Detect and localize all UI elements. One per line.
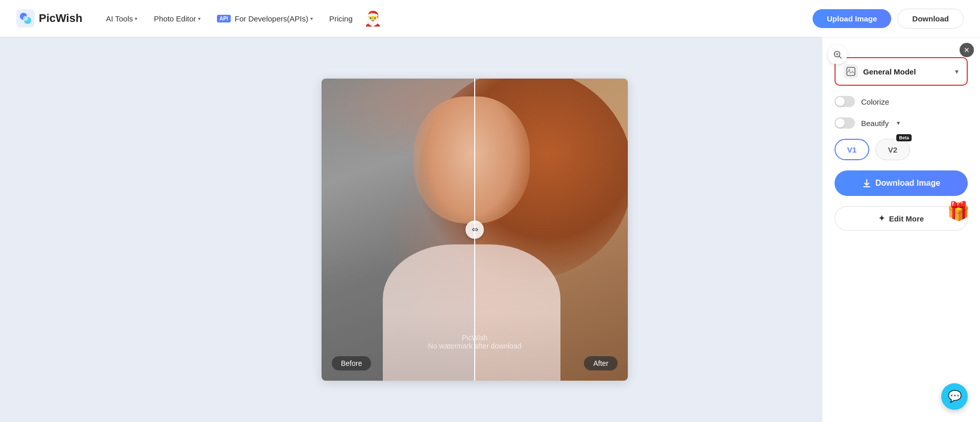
v2-button[interactable]: V2 Beta: [875, 139, 910, 160]
colorize-toggle[interactable]: [835, 96, 855, 107]
watermark: PicWish No watermark after download: [428, 334, 522, 350]
gift-icon: 🎁: [947, 201, 970, 221]
download-image-button[interactable]: Download Image: [835, 170, 968, 196]
nav-items: AI Tools ▾ Photo Editor ▾ API For Develo…: [99, 10, 813, 27]
nav-photo-editor[interactable]: Photo Editor ▾: [146, 10, 208, 27]
gift-button[interactable]: 🎁: [947, 201, 970, 222]
drag-arrows-icon: ⇔: [472, 225, 478, 234]
download-image-label: Download Image: [875, 179, 940, 188]
watermark-line2: No watermark after download: [428, 342, 522, 350]
edit-more-icon: ✦: [878, 214, 885, 223]
for-developers-chevron-icon: ▾: [310, 16, 313, 21]
pricing-label: Pricing: [329, 14, 353, 23]
beta-badge: Beta: [896, 134, 912, 141]
logo-icon: [16, 9, 35, 28]
colorize-label: Colorize: [861, 97, 889, 106]
upload-image-button[interactable]: Upload Image: [813, 9, 891, 28]
model-icon: [844, 64, 858, 79]
colorize-row: Colorize: [835, 96, 968, 107]
beautify-label: Beautify: [861, 119, 889, 128]
close-button[interactable]: ✕: [960, 43, 974, 57]
nav-for-developers[interactable]: API For Developers(APIs) ▾: [210, 10, 320, 27]
svg-line-5: [839, 56, 841, 58]
after-label: After: [584, 356, 618, 370]
v1-label: V1: [847, 145, 856, 154]
chat-icon: 💬: [948, 390, 962, 403]
photo-editor-chevron-icon: ▾: [198, 16, 201, 21]
svg-point-9: [849, 69, 850, 71]
model-chevron-icon: ▾: [955, 67, 959, 76]
zoom-icon: [833, 50, 842, 59]
image-container: ⇔ Before After PicWish No watermark afte…: [322, 79, 628, 381]
ai-tools-chevron-icon: ▾: [135, 16, 137, 21]
close-icon: ✕: [964, 46, 970, 54]
beautify-row: Beautify ▾: [835, 117, 968, 129]
download-button[interactable]: Download: [897, 9, 964, 29]
nav-right: Upload Image Download: [813, 9, 964, 29]
brand-name: PicWish: [39, 12, 82, 25]
svg-point-3: [23, 16, 28, 21]
before-label: Before: [332, 356, 371, 370]
photo-editor-label: Photo Editor: [154, 14, 196, 23]
chat-button[interactable]: 💬: [941, 383, 968, 410]
watermark-line1: PicWish: [428, 334, 522, 342]
left-sidebar: [0, 37, 128, 422]
model-selector[interactable]: General Model ▾: [835, 57, 968, 86]
beautify-toggle[interactable]: [835, 117, 855, 129]
navbar: PicWish AI Tools ▾ Photo Editor ▾ API Fo…: [0, 0, 980, 37]
toggle-knob: [836, 97, 845, 106]
zoom-button[interactable]: [828, 45, 847, 64]
toggle-knob-beautify: [836, 118, 845, 128]
xmas-emoji: 🎅: [364, 10, 382, 27]
model-image-icon: [846, 67, 855, 76]
v1-button[interactable]: V1: [835, 139, 869, 160]
version-row: V1 V2 Beta: [835, 139, 968, 160]
right-panel: ✕ General Model ▾ Colorize: [822, 37, 980, 422]
model-label: General Model: [863, 67, 950, 76]
for-developers-label: For Developers(APIs): [235, 14, 308, 23]
edit-more-label: Edit More: [889, 214, 924, 223]
logo[interactable]: PicWish: [16, 9, 82, 28]
api-badge: API: [217, 15, 231, 22]
main-content: ⇔ Before After PicWish No watermark afte…: [0, 37, 980, 422]
ai-tools-label: AI Tools: [106, 14, 133, 23]
nav-pricing[interactable]: Pricing: [322, 10, 360, 27]
image-area: ⇔ Before After PicWish No watermark afte…: [128, 37, 822, 422]
beautify-chevron-icon: ▾: [897, 119, 900, 127]
drag-handle[interactable]: ⇔: [465, 220, 484, 239]
nav-ai-tools[interactable]: AI Tools ▾: [99, 10, 144, 27]
v2-label: V2: [888, 145, 897, 154]
download-arrow-icon: [862, 179, 871, 188]
